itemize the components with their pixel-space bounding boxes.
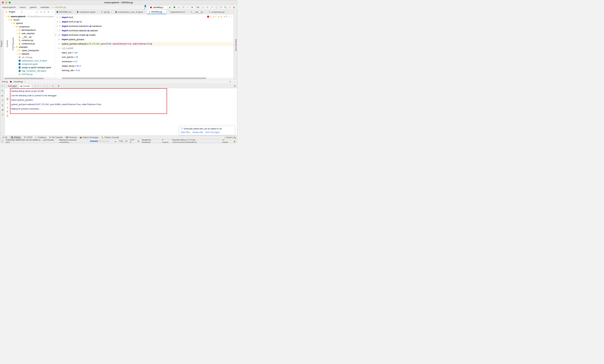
editor-tab[interactable]: 📓compression_conv_fc.ipynb× xyxy=(114,10,147,14)
indent-setting[interactable]: 4 spaces xyxy=(162,139,170,143)
debugger-tab[interactable]: Debugger xyxy=(6,84,19,88)
bottom-tab-debug[interactable]: 🪲Debug xyxy=(10,136,21,139)
editor-tab[interactable]: 🐍compressor.py× xyxy=(207,10,229,14)
add-user-icon[interactable]: 👤▾ xyxy=(144,6,147,9)
sidebar-scrollbar[interactable] xyxy=(4,77,55,79)
gear-icon[interactable]: ⚙ xyxy=(229,80,231,83)
pause-icon[interactable]: ⏸ xyxy=(1,99,4,102)
chevron-down-icon[interactable]: ▾ xyxy=(21,11,22,13)
close-icon[interactable]: × xyxy=(164,11,165,13)
run-button[interactable]: ▶ xyxy=(168,6,172,9)
breadcrumb[interactable]: musco-pytorch xyxy=(1,6,16,9)
soft-wrap-icon[interactable]: ↩ xyxy=(6,97,9,100)
notification-link[interactable]: View Files xyxy=(181,131,190,133)
left-rail-tab[interactable]: Commit xyxy=(6,40,9,47)
hide-icon[interactable]: — xyxy=(51,11,53,13)
select-opened-file-icon[interactable]: ⊙ xyxy=(36,11,38,13)
bottom-tab-todo[interactable]: ☰TODO xyxy=(24,136,32,139)
step-out-icon[interactable]: ↑ xyxy=(50,85,50,87)
tree-folder[interactable]: ▾📁compressor xyxy=(4,25,55,28)
maximize-window-icon[interactable] xyxy=(9,1,11,4)
close-tab-icon[interactable]: × xyxy=(24,80,25,83)
tree-file[interactable]: 🖼cat_one.jpg xyxy=(4,56,55,59)
breadcrumb-current[interactable]: VGGTest.py xyxy=(54,6,67,9)
tree-file[interactable]: 🐍compress.py xyxy=(4,39,55,42)
close-icon[interactable]: × xyxy=(204,11,206,13)
editor-tab[interactable]: 🐍__init__.py× xyxy=(189,10,207,14)
tool-window-toggle-icon[interactable]: ▢ xyxy=(1,140,3,142)
toolbox-icon[interactable]: ◧ xyxy=(232,6,236,9)
step-into-icon[interactable]: ↓ xyxy=(41,85,42,87)
evaluate-expression-icon[interactable]: 🖩 xyxy=(58,85,60,87)
event-log-tab[interactable]: ●Event Log xyxy=(225,136,236,139)
profile-button[interactable]: ⏱ xyxy=(181,6,185,9)
deployment-icon[interactable]: ☁ xyxy=(114,140,116,142)
tree-folder[interactable]: ▾📁musco xyxy=(4,18,55,22)
tree-folder[interactable]: ▾📁examples xyxy=(4,45,55,49)
print-icon[interactable]: 🖨 xyxy=(6,106,9,109)
close-icon[interactable]: × xyxy=(111,11,112,13)
notification-link[interactable]: Always Add xyxy=(192,131,203,133)
attach-button[interactable]: ⋯ xyxy=(186,6,189,9)
jupyter-kernel[interactable]: ModelArts Notebook xyxy=(142,139,160,143)
editor-tab[interactable]: 📓compressor.ipynb× xyxy=(75,10,100,14)
run-to-cursor-icon[interactable]: ▸| xyxy=(52,85,54,87)
python-prompt-icon[interactable]: 🐍 xyxy=(6,114,9,117)
scroll-up-icon[interactable]: ↑ xyxy=(7,89,8,92)
minimize-window-icon[interactable] xyxy=(5,1,7,4)
gear-icon[interactable]: ⚙ xyxy=(47,11,50,13)
project-tree[interactable]: ▾📁musco-pytorch ~/Coding/Python/musco-py… xyxy=(4,14,55,77)
jupyter-status-icon[interactable]: ▶ xyxy=(138,140,139,142)
stop-icon[interactable]: ■ xyxy=(1,104,4,107)
coverage-button[interactable]: ⧈ xyxy=(177,6,180,9)
bottom-tab-file-transfer[interactable]: ⇅File Transfer xyxy=(49,136,63,139)
vcs-commit-icon[interactable]: ✔ xyxy=(206,6,209,9)
close-icon[interactable]: × xyxy=(186,11,188,13)
vcs-update-icon[interactable]: ↙ xyxy=(201,6,205,9)
breadcrumb[interactable]: pytorch xyxy=(29,6,37,9)
console-tab[interactable]: ▮ Console xyxy=(19,84,32,88)
tree-file[interactable]: 📘Vgg_Compress_Test.ipynb xyxy=(4,69,55,73)
modify-run-config-icon[interactable]: 🔧 xyxy=(1,89,4,92)
bottom-tab-python-console[interactable]: 🐍Python Console xyxy=(101,136,119,139)
close-icon[interactable]: × xyxy=(226,11,227,13)
force-step-into-icon[interactable]: ⇣ xyxy=(46,85,48,87)
line-separator[interactable]: LF xyxy=(125,140,127,142)
tree-folder[interactable]: ▸📁datasets xyxy=(4,52,55,56)
lock-icon[interactable]: 🔒 xyxy=(233,140,236,142)
scroll-to-end-icon[interactable]: ⤓ xyxy=(7,102,8,105)
editor-tab[interactable]: 🐍cp3.py× xyxy=(100,10,113,14)
tree-file[interactable]: 📘numpy vs pytorh reshapes.ipynb xyxy=(4,66,55,69)
tree-file[interactable]: 🐍__init__.py xyxy=(4,35,55,39)
close-window-icon[interactable] xyxy=(2,1,4,4)
expand-all-icon[interactable]: ⇲ xyxy=(39,11,42,13)
tree-root[interactable]: ▾📁musco-pytorch ~/Coding/Python/musco-py… xyxy=(4,15,55,18)
tree-file[interactable]: 🐍VGGTest.py xyxy=(4,73,55,76)
bottom-tab-problems[interactable]: ⚠Problems xyxy=(35,136,46,139)
tree-folder[interactable]: ▸📁rank_selection xyxy=(4,32,55,35)
breadcrumb[interactable]: musco xyxy=(19,6,26,9)
tree-file[interactable]: 📘compressor.ipynb xyxy=(4,62,55,66)
project-view-title[interactable]: Project xyxy=(9,11,20,13)
resume-icon[interactable]: ▶ xyxy=(1,94,4,97)
inspection-indicators[interactable]: 🛑 1 ▲ 3 ▲ 31 ✔ 5 ⌃⌄ xyxy=(207,15,232,18)
bottom-tab-git[interactable]: ⎇Git xyxy=(1,136,7,139)
step-over-icon[interactable]: ↷ xyxy=(37,85,39,87)
close-icon[interactable]: × xyxy=(73,11,74,13)
vcs-revert-icon[interactable]: ↺ xyxy=(219,6,223,9)
mute-breakpoints-icon[interactable]: ⊘ xyxy=(1,113,4,116)
editor-tab[interactable]: 📘README.md× xyxy=(55,10,75,14)
editor-tab[interactable]: 🐍VGGTest.py× xyxy=(147,10,166,14)
cursor-position[interactable]: 7:95 xyxy=(119,140,123,142)
vcs-push-icon[interactable]: ↗ xyxy=(210,6,214,9)
notification-link[interactable]: Don't Ask Again xyxy=(205,131,220,133)
progress-bar[interactable] xyxy=(90,141,110,142)
ide-alert-icon[interactable]: ⚠ xyxy=(228,6,231,9)
editor-tab[interactable]: 📄requirements.txt× xyxy=(166,10,189,14)
git-branch[interactable]: ⎇ master xyxy=(222,139,231,143)
search-icon[interactable]: 🔍 xyxy=(224,6,227,9)
hide-icon[interactable]: — xyxy=(234,80,236,83)
rerun-icon[interactable]: ↻ xyxy=(1,85,4,88)
tree-folder[interactable]: ▸📁decompositions xyxy=(4,28,55,32)
step-into-my-code-icon[interactable]: ⤵ xyxy=(43,85,44,87)
